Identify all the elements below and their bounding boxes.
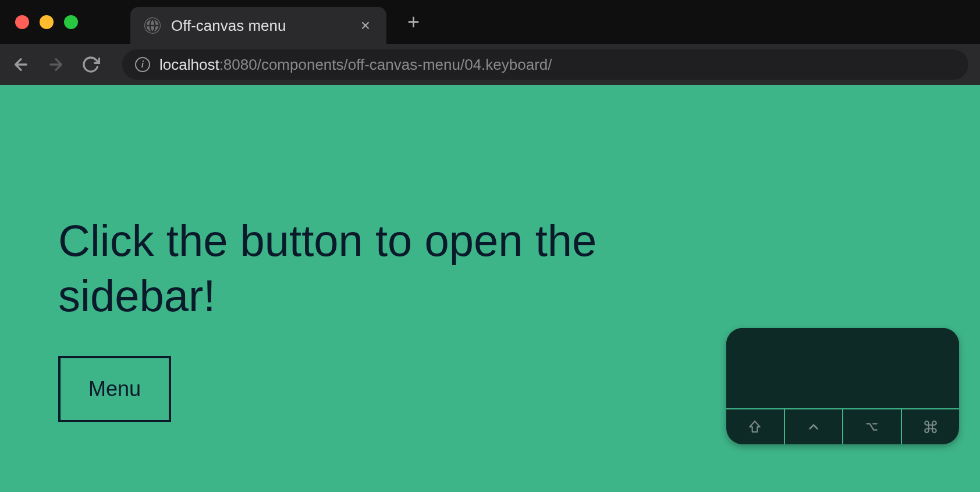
- tab-title: Off-canvas menu: [171, 17, 348, 35]
- reload-button[interactable]: [81, 55, 100, 74]
- back-button[interactable]: [12, 55, 30, 74]
- browser-chrome: Off-canvas menu × + i localhost:8080/com…: [0, 0, 980, 85]
- url-text: localhost:8080/components/off-canvas-men…: [159, 56, 552, 74]
- new-tab-button[interactable]: +: [407, 10, 420, 34]
- option-key-icon: [843, 409, 902, 444]
- menu-button[interactable]: Menu: [58, 356, 171, 422]
- command-key-icon: [902, 409, 960, 444]
- window-maximize-button[interactable]: [64, 15, 78, 29]
- close-icon[interactable]: ×: [358, 16, 372, 35]
- browser-tab[interactable]: Off-canvas menu ×: [130, 7, 386, 44]
- modifier-keys-overlay: [726, 328, 959, 444]
- tab-bar: Off-canvas menu × +: [0, 0, 980, 44]
- url-host: localhost: [159, 56, 219, 73]
- url-path: :8080/components/off-canvas-menu/04.keyb…: [219, 56, 552, 73]
- window-traffic-lights: [15, 15, 78, 29]
- address-bar[interactable]: i localhost:8080/components/off-canvas-m…: [122, 49, 968, 80]
- page-heading: Click the button to open the sidebar!: [58, 213, 640, 323]
- window-close-button[interactable]: [15, 15, 29, 29]
- control-key-icon: [785, 409, 844, 444]
- info-icon[interactable]: i: [135, 57, 150, 72]
- toolbar: i localhost:8080/components/off-canvas-m…: [0, 44, 980, 85]
- forward-button[interactable]: [47, 55, 65, 74]
- window-minimize-button[interactable]: [40, 15, 54, 29]
- modifier-row: [726, 408, 959, 444]
- shift-key-icon: [726, 409, 785, 444]
- modifier-preview-area: [726, 328, 959, 408]
- page-content: Click the button to open the sidebar! Me…: [0, 85, 980, 492]
- globe-icon: [144, 17, 161, 34]
